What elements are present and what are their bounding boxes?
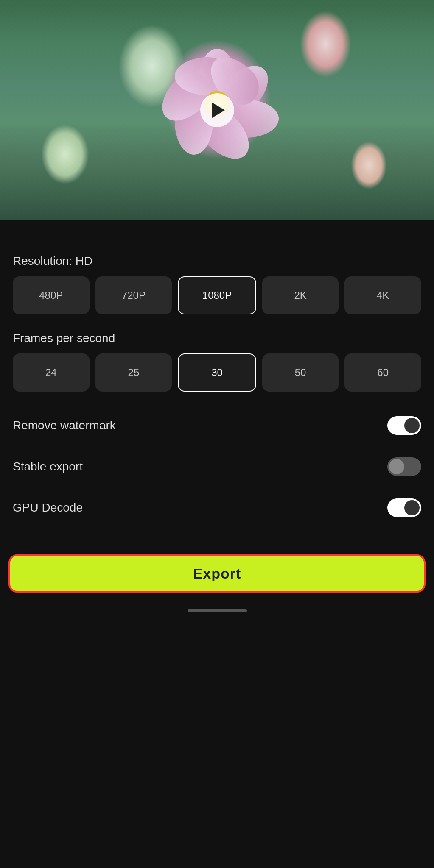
play-button[interactable]: [200, 93, 234, 127]
gpu-decode-toggle[interactable]: [387, 498, 421, 517]
remove-watermark-toggle[interactable]: [387, 416, 421, 435]
gpu-decode-label: GPU Decode: [13, 501, 83, 515]
remove-watermark-row: Remove watermark: [13, 409, 421, 442]
stable-export-row: Stable export: [13, 450, 421, 484]
toggle-knob-watermark: [404, 418, 420, 433]
fps-25[interactable]: 25: [95, 353, 172, 392]
fps-section: Frames per second 24 25 30 50 60: [13, 331, 421, 392]
resolution-4k[interactable]: 4K: [344, 276, 421, 314]
home-bar: [188, 609, 247, 612]
toggle-knob-gpu: [404, 500, 420, 515]
fps-label: Frames per second: [13, 331, 421, 345]
fps-60[interactable]: 60: [344, 353, 421, 392]
toggle-knob-stable: [389, 459, 404, 474]
resolution-2k[interactable]: 2K: [262, 276, 339, 314]
divider-1: [13, 446, 421, 446]
resolution-1080p[interactable]: 1080P: [178, 276, 256, 314]
export-button[interactable]: Export: [8, 554, 426, 593]
resolution-label: Resolution: HD: [13, 254, 421, 268]
video-preview: [0, 0, 434, 220]
play-icon: [212, 103, 225, 118]
fps-50[interactable]: 50: [262, 353, 339, 392]
stable-export-toggle[interactable]: [387, 457, 421, 476]
resolution-720p[interactable]: 720P: [95, 276, 172, 314]
divider-2: [13, 487, 421, 487]
remove-watermark-label: Remove watermark: [13, 419, 116, 432]
gpu-decode-row: GPU Decode: [13, 491, 421, 525]
home-indicator: [0, 601, 434, 616]
fps-grid: 24 25 30 50 60: [13, 353, 421, 392]
fps-30[interactable]: 30: [178, 353, 256, 392]
settings-panel: Resolution: HD 480P 720P 1080P 2K 4K Fra…: [0, 220, 434, 542]
resolution-section: Resolution: HD 480P 720P 1080P 2K 4K: [13, 254, 421, 314]
resolution-grid: 480P 720P 1080P 2K 4K: [13, 276, 421, 314]
export-section: Export: [0, 542, 434, 601]
resolution-480p[interactable]: 480P: [13, 276, 90, 314]
stable-export-label: Stable export: [13, 460, 83, 473]
fps-24[interactable]: 24: [13, 353, 90, 392]
